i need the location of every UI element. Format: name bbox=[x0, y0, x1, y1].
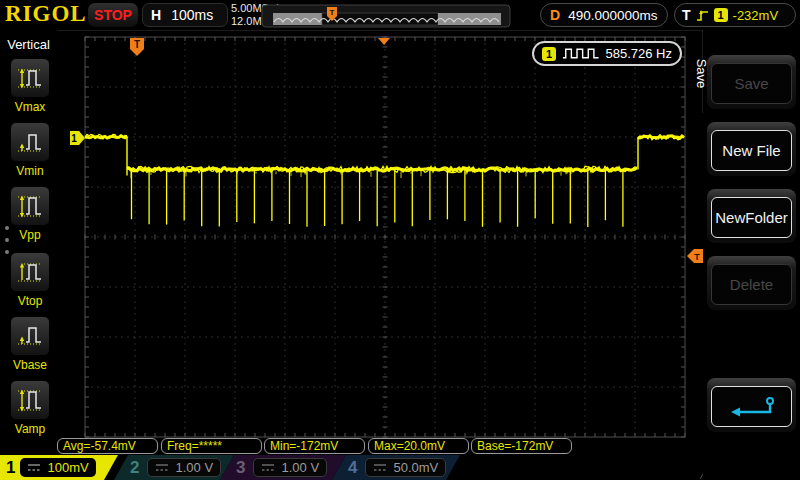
horizontal-center-marker bbox=[378, 38, 390, 45]
freq-counter-channel-badge: 1 bbox=[542, 47, 556, 61]
timebase-preview-strip: T bbox=[262, 5, 510, 27]
oscilloscope-screen: RIGOL STOP H 100ms 5.00MSa/s 12.0M pts D… bbox=[0, 0, 800, 480]
svg-text:T: T bbox=[694, 252, 700, 262]
measurement-max: Max=20.0mV bbox=[368, 438, 469, 454]
svg-text:T: T bbox=[330, 8, 335, 17]
graticule bbox=[85, 37, 685, 437]
measurement-min: Min=-172mV bbox=[264, 438, 365, 454]
menu-button-delete[interactable]: Delete bbox=[707, 256, 796, 310]
new-folder-button[interactable]: NewFolder bbox=[711, 197, 792, 238]
frequency-counter: 1 585.726 Hz bbox=[532, 41, 682, 66]
measurement-avg: Avg=-57.4mV bbox=[57, 438, 158, 454]
square-wave-icon bbox=[562, 46, 600, 61]
delete-button[interactable]: Delete bbox=[711, 264, 792, 305]
display-markers: T1T bbox=[70, 30, 717, 479]
save-button[interactable]: Save bbox=[711, 63, 792, 104]
measurement-base: Base=-172mV bbox=[471, 438, 572, 454]
new-file-button[interactable]: New File bbox=[711, 130, 792, 171]
channel1-waveform-trace bbox=[85, 134, 684, 226]
menu-button-save[interactable]: Save bbox=[707, 55, 796, 109]
freq-counter-value: 585.726 Hz bbox=[606, 46, 673, 61]
menu-button-newfile[interactable]: New File bbox=[707, 122, 796, 176]
svg-text:T: T bbox=[134, 39, 140, 50]
svg-text:1: 1 bbox=[71, 133, 77, 144]
measurement-freq: Freq=***** bbox=[161, 438, 262, 454]
menu-button-back[interactable] bbox=[707, 378, 796, 432]
menu-button-newfolder[interactable]: NewFolder bbox=[707, 189, 796, 243]
back-button[interactable] bbox=[711, 386, 792, 427]
return-arrow-icon bbox=[726, 395, 778, 419]
save-menu: Save Save New File NewFolder Delete bbox=[703, 30, 800, 480]
waveform-display-area: TT1T bbox=[0, 0, 800, 480]
